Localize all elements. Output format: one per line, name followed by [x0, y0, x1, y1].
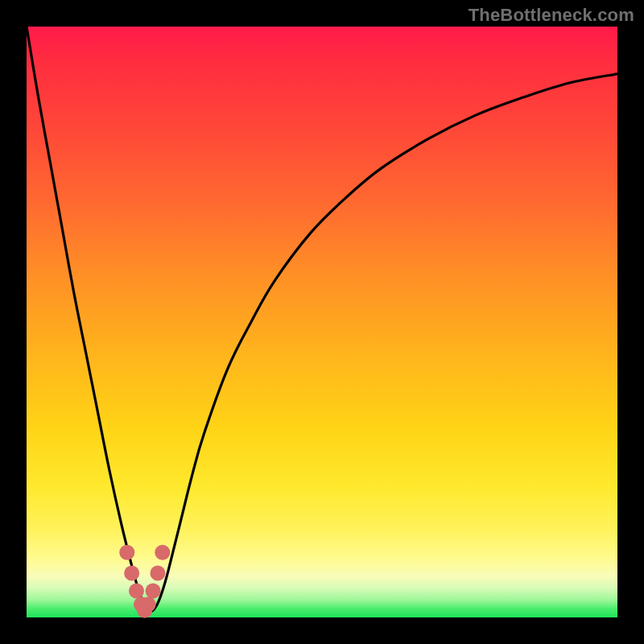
curve-svg: [27, 27, 617, 617]
optimal-marker: [124, 565, 139, 580]
chart-container: TheBottleneck.com: [0, 0, 644, 644]
optimal-marker: [141, 597, 156, 612]
plot-area: [27, 27, 617, 617]
optimal-marker: [146, 583, 161, 598]
optimal-marker: [119, 545, 134, 560]
optimal-marker: [155, 545, 170, 560]
bottleneck-curve-path: [27, 27, 617, 612]
watermark-text: TheBottleneck.com: [469, 5, 634, 26]
optimal-marker: [129, 583, 144, 598]
marker-group: [119, 545, 170, 618]
optimal-marker: [150, 565, 165, 580]
